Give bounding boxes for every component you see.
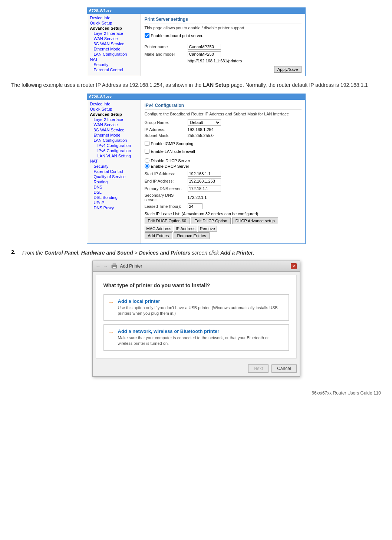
- dialog-option1[interactable]: → Add a local printer Use this option on…: [103, 294, 289, 321]
- firewall-checkbox[interactable]: [145, 149, 149, 154]
- make-model-input[interactable]: [188, 51, 221, 57]
- sidebar-wan[interactable]: WAN Service: [87, 36, 141, 41]
- apply-row: Apply/Save: [145, 66, 302, 73]
- option2-arrow-icon: →: [108, 329, 114, 336]
- option2-content: Add a network, wireless or Bluetooth pri…: [118, 328, 284, 347]
- p2-sidebar-quick-setup[interactable]: Quick Setup: [87, 107, 141, 112]
- p2-sidebar-3g-wan[interactable]: 3G WAN Service: [87, 127, 141, 132]
- p2-sidebar-dns-proxy[interactable]: DNS Proxy: [87, 205, 141, 210]
- step2-bold4: Add a Printer: [220, 250, 253, 256]
- start-ip-label: Start IP Address:: [145, 171, 185, 176]
- lease-time-input[interactable]: [188, 203, 202, 209]
- primary-dns-input[interactable]: [188, 186, 221, 192]
- panel1-sidebar: Device Info Quick Setup Advanced Setup L…: [87, 14, 141, 76]
- start-ip-input[interactable]: [188, 171, 221, 177]
- url-row: http://192.168.1.1:631/printers: [145, 59, 302, 63]
- p2-sidebar-layer2[interactable]: Layer2 Interface: [87, 117, 141, 122]
- p2-sidebar-wan[interactable]: WAN Service: [87, 122, 141, 127]
- p2-sidebar-ipv6[interactable]: IPv6 Configuration: [87, 148, 141, 153]
- remove-entries-button[interactable]: Remove Entries: [174, 232, 209, 239]
- p2-sidebar-dsl-bonding[interactable]: DSL Bonding: [87, 195, 141, 200]
- panel2-content-desc: Configure the Broadband Router IP Addres…: [145, 112, 302, 116]
- enable-print-server-checkbox[interactable]: [145, 33, 149, 38]
- igmp-label: Enable IGMP Snooping: [151, 141, 194, 146]
- option2-title: Add a network, wireless or Bluetooth pri…: [118, 328, 284, 334]
- dialog-cancel-button[interactable]: Cancel: [271, 364, 296, 373]
- subnet-mask-label: Subnet Mask:: [145, 133, 185, 138]
- dhcp-advance-button[interactable]: DHCP Advance setup: [232, 217, 278, 224]
- ip-address-row: IP Address: 192.168.1.254: [145, 127, 302, 132]
- dialog-next-button[interactable]: Next: [248, 364, 269, 373]
- sidebar-advanced-setup[interactable]: Advanced Setup: [87, 26, 141, 31]
- step2-mid2: >: [133, 250, 139, 256]
- p2-sidebar-nat[interactable]: NAT: [87, 158, 141, 164]
- primary-dns-label: Primary DNS server:: [145, 186, 185, 191]
- svg-point-3: [116, 266, 116, 266]
- subnet-mask-row: Subnet Mask: 255.255.255.0: [145, 133, 302, 138]
- p2-sidebar-upnp[interactable]: UPnP: [87, 200, 141, 205]
- sidebar-layer2[interactable]: Layer2 Interface: [87, 31, 141, 36]
- step2-bold1: Control Panel: [45, 250, 78, 256]
- step2-text-from: From the: [22, 250, 45, 256]
- dhcp-enable-radio[interactable]: [145, 164, 149, 168]
- p2-sidebar-device-info[interactable]: Device Info: [87, 101, 141, 107]
- url-value: http://192.168.1.1:631/printers: [188, 59, 242, 63]
- step2-mid1: ,: [78, 250, 81, 256]
- end-ip-input[interactable]: [188, 178, 221, 184]
- secondary-dns-value: 172.22.1.1: [188, 195, 207, 200]
- group-name-select[interactable]: Default: [188, 119, 221, 126]
- step2-row: 2. From the Control Panel, Hardware and …: [11, 249, 381, 257]
- middle-text-bold: LAN Setup: [203, 82, 230, 88]
- step2-bold3: Devices and Printers: [139, 250, 191, 256]
- dhcp-disable-radio[interactable]: [145, 158, 149, 163]
- p2-sidebar-lan-config[interactable]: LAN Configuration: [87, 138, 141, 143]
- sidebar-lan-config[interactable]: LAN Configuration: [87, 52, 141, 57]
- apply-save-button[interactable]: Apply/Save: [274, 66, 302, 73]
- dialog-titlebar-left: ← → Add Printer: [96, 262, 142, 270]
- col-mac: MAC Address: [145, 226, 173, 232]
- option1-desc: Use this option only if you don't have a…: [118, 305, 284, 317]
- group-name-label: Group Name:: [145, 120, 185, 125]
- ip-address-value: 192.168.1.254: [188, 127, 214, 132]
- sidebar-parental[interactable]: Parental Control: [87, 67, 141, 72]
- dialog-option2[interactable]: → Add a network, wireless or Bluetooth p…: [103, 324, 289, 351]
- p2-sidebar-qos[interactable]: Quality of Service: [87, 174, 141, 179]
- middle-text: The following example uses a router IP A…: [11, 81, 381, 89]
- ip-address-label: IP Address:: [145, 127, 185, 132]
- panel1-content-title: Print Server settings: [145, 17, 302, 23]
- panel1-content: Print Server settings This page allows y…: [141, 14, 305, 76]
- p2-sidebar-parental[interactable]: Parental Control: [87, 169, 141, 174]
- p2-sidebar-advanced-setup[interactable]: Advanced Setup: [87, 112, 141, 117]
- p2-sidebar-dsl[interactable]: DSL: [87, 190, 141, 195]
- sidebar-nat[interactable]: NAT: [87, 57, 141, 62]
- sidebar-ethernet[interactable]: Ethernet Mode: [87, 46, 141, 52]
- option1-content: Add a local printer Use this option only…: [118, 298, 284, 317]
- p2-sidebar-ethernet[interactable]: Ethernet Mode: [87, 132, 141, 138]
- dhcp-enable-row: Enable DHCP Server: [145, 164, 302, 168]
- secondary-dns-row: Secondary DNS server: 172.22.1.1: [145, 193, 302, 202]
- option1-arrow-icon: →: [108, 299, 114, 306]
- printer-name-input[interactable]: [188, 44, 221, 50]
- igmp-checkbox[interactable]: [145, 141, 149, 146]
- p2-sidebar-security[interactable]: Security: [87, 164, 141, 169]
- dialog-title: Add Printer: [120, 264, 142, 269]
- sidebar-3g-wan[interactable]: 3G WAN Service: [87, 41, 141, 46]
- dhcp-enable-label: Enable DHCP Server: [151, 164, 190, 168]
- p2-sidebar-dns[interactable]: DNS: [87, 184, 141, 190]
- edit-dhcp-option-button[interactable]: Edit DHCP Option: [191, 217, 230, 224]
- p2-sidebar-vlan[interactable]: LAN VLAN Setting: [87, 153, 141, 158]
- step2-mid3: screen click: [190, 250, 220, 256]
- dialog-footer: Next Cancel: [93, 361, 300, 376]
- p2-sidebar-routing[interactable]: Routing: [87, 179, 141, 184]
- edit-dhcp-option60-button[interactable]: Edit DHCP Option 60: [145, 217, 190, 224]
- p2-sidebar-ipv4[interactable]: IPv4 Configuration: [87, 143, 141, 148]
- sidebar-security[interactable]: Security: [87, 62, 141, 67]
- dialog-close-button[interactable]: ✕: [291, 263, 297, 269]
- sidebar-quick-setup[interactable]: Quick Setup: [87, 20, 141, 26]
- add-entries-button[interactable]: Add Entries: [145, 232, 172, 239]
- panel2-title: 6728-W1-xx: [87, 94, 305, 100]
- sidebar-device-info[interactable]: Device Info: [87, 15, 141, 20]
- group-name-row: Group Name: Default: [145, 119, 302, 126]
- panel1-content-desc: This page allows you to enable / disable…: [145, 26, 302, 30]
- igmp-row: Enable IGMP Snooping: [145, 141, 302, 146]
